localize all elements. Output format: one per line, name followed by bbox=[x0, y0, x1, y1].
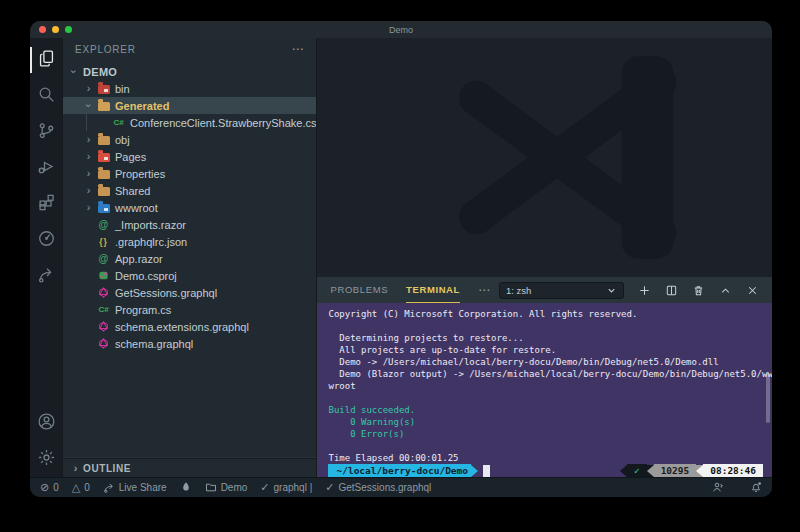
terminal-line: Time Elapsed 00:00:01.25 bbox=[328, 452, 772, 464]
explorer-more-actions-button[interactable]: ⋯ bbox=[291, 42, 304, 56]
prompt-arrow bbox=[471, 465, 478, 477]
test-history-icon bbox=[37, 229, 56, 252]
tree-item-getsessions-graphql[interactable]: GetSessions.graphql bbox=[63, 284, 316, 301]
graphql-icon bbox=[95, 335, 112, 352]
kill-terminal-button[interactable] bbox=[692, 284, 705, 297]
tree-item-label: .graphqlrc.json bbox=[115, 236, 187, 248]
terminal-shell-value: 1: zsh bbox=[506, 285, 531, 296]
tree-item-label: schema.graphql bbox=[115, 338, 193, 350]
activity-item-live-share[interactable] bbox=[30, 258, 62, 294]
warning-triangle-icon: △ bbox=[72, 482, 80, 493]
terminal-shell-select[interactable]: 1: zsh bbox=[499, 282, 624, 299]
status-item-getsessions-graphql[interactable]: ✓GetSessions.graphql bbox=[325, 482, 431, 493]
activity-item-settings[interactable] bbox=[30, 441, 62, 477]
outline-label: OUTLINE bbox=[83, 463, 131, 474]
chevron-right-icon: › bbox=[82, 148, 95, 165]
tree-item-demo[interactable]: ›DEMO bbox=[63, 63, 316, 80]
prompt-path-segment: ~/local/berry-docu/Demo bbox=[328, 464, 471, 477]
json-icon: {} bbox=[95, 233, 112, 250]
folder-icon bbox=[205, 481, 217, 495]
tab-problems[interactable]: PROBLEMS bbox=[330, 277, 388, 303]
folder-icon bbox=[95, 182, 112, 199]
activity-item-run-debug[interactable] bbox=[30, 150, 62, 186]
folder-bin-icon bbox=[95, 80, 112, 97]
terminal-line: Copyright (C) Microsoft Corporation. All… bbox=[328, 308, 772, 320]
chevron-right-icon: › bbox=[82, 80, 95, 97]
split-terminal-button[interactable] bbox=[665, 284, 678, 297]
activity-item-source-control[interactable] bbox=[30, 114, 62, 150]
chevron-right-icon: › bbox=[82, 199, 95, 216]
new-terminal-button[interactable] bbox=[638, 284, 651, 297]
terminal-view[interactable]: Copyright (C) Microsoft Corporation. All… bbox=[317, 303, 772, 477]
file-tree: ›DEMO›bin›GeneratedC#ConferenceClient.St… bbox=[63, 60, 316, 458]
terminal-line: Determining projects to restore... bbox=[328, 332, 772, 344]
status-item-bell[interactable] bbox=[750, 481, 762, 495]
prompt-segment-dark: ✓ bbox=[627, 464, 647, 477]
tree-item-demo-csproj[interactable]: Demo.csproj bbox=[63, 267, 316, 284]
explorer-sidebar: EXPLORER ⋯ ›DEMO›bin›GeneratedC#Conferen… bbox=[63, 38, 317, 477]
tree-item-label: Pages bbox=[115, 151, 146, 163]
activity-item-test-history[interactable] bbox=[30, 222, 62, 258]
tree-item-generated[interactable]: ›Generated bbox=[63, 97, 316, 114]
chevron-down-icon: › bbox=[80, 99, 97, 112]
terminal-scrollbar[interactable] bbox=[766, 373, 770, 423]
tree-item-bin[interactable]: ›bin bbox=[63, 80, 316, 97]
panel-more-tabs-button[interactable]: ⋯ bbox=[478, 283, 491, 297]
folder-pages-icon bbox=[95, 148, 112, 165]
kill-terminal-icon bbox=[692, 284, 705, 297]
tree-item-graphqlrc-json[interactable]: {}.graphqlrc.json bbox=[63, 233, 316, 250]
status-item-0[interactable]: △0 bbox=[72, 482, 90, 493]
outline-section-header[interactable]: › OUTLINE bbox=[63, 458, 316, 477]
powerline-arrow bbox=[620, 465, 627, 477]
activity-item-accounts[interactable] bbox=[30, 405, 62, 441]
tree-item-wwwroot[interactable]: ›wwwroot bbox=[63, 199, 316, 216]
prompt-right-status: ✓1029508:28:46 bbox=[620, 464, 763, 477]
tree-item-obj[interactable]: ›obj bbox=[63, 131, 316, 148]
status-item-label: graphql | bbox=[274, 482, 313, 493]
close-panel-button[interactable] bbox=[746, 284, 759, 297]
activity-item-explorer[interactable] bbox=[30, 42, 62, 78]
live-share-icon bbox=[103, 481, 115, 495]
tree-item-label: Shared bbox=[115, 185, 150, 197]
settings-icon bbox=[37, 448, 56, 471]
tree-item-program-cs[interactable]: C#Program.cs bbox=[63, 301, 316, 318]
status-item-flame[interactable] bbox=[180, 481, 192, 495]
maximize-panel-button[interactable] bbox=[719, 284, 732, 297]
status-bar-right bbox=[712, 481, 762, 495]
tree-item-label: Generated bbox=[115, 100, 169, 112]
tree-item-pages[interactable]: ›Pages bbox=[63, 148, 316, 165]
status-item-label: Live Share bbox=[119, 482, 167, 493]
terminal-cursor bbox=[483, 465, 490, 477]
tree-item-label: wwwroot bbox=[115, 202, 158, 214]
tree-item-shared[interactable]: ›Shared bbox=[63, 182, 316, 199]
close-panel-icon bbox=[746, 284, 759, 297]
activity-bar-spacer bbox=[30, 294, 62, 405]
status-item-graphql[interactable]: ✓graphql | bbox=[260, 482, 312, 493]
tab-terminal[interactable]: TERMINAL bbox=[406, 277, 460, 303]
prompt-segment-gray: 10295 bbox=[654, 464, 697, 477]
status-item-live-share[interactable]: Live Share bbox=[103, 481, 167, 495]
folder-icon bbox=[95, 131, 112, 148]
status-item-label: 0 bbox=[53, 482, 59, 493]
tree-item-schema-graphql[interactable]: schema.graphql bbox=[63, 335, 316, 352]
tree-item-app-razor[interactable]: @App.razor bbox=[63, 250, 316, 267]
status-item-demo[interactable]: Demo bbox=[205, 481, 248, 495]
activity-item-search[interactable] bbox=[30, 78, 62, 114]
chevron-right-icon: › bbox=[82, 165, 95, 182]
powerline-arrow bbox=[647, 465, 654, 477]
check-icon: ✓ bbox=[260, 482, 269, 493]
tree-item-schema-extensions-graphql[interactable]: schema.extensions.graphql bbox=[63, 318, 316, 335]
tree-item-label: schema.extensions.graphql bbox=[115, 321, 249, 333]
title-bar: Demo bbox=[30, 21, 772, 38]
activity-item-extensions[interactable] bbox=[30, 186, 62, 222]
status-item-feedback[interactable] bbox=[712, 481, 724, 495]
tree-item-imports-razor[interactable]: @_Imports.razor bbox=[63, 216, 316, 233]
tree-item-properties[interactable]: ›Properties bbox=[63, 165, 316, 182]
status-item-0[interactable]: ⊘0 bbox=[40, 482, 59, 493]
tree-item-label: App.razor bbox=[115, 253, 163, 265]
terminal-line: Build succeeded. bbox=[328, 404, 772, 416]
explorer-icon bbox=[37, 49, 56, 72]
feedback-icon bbox=[712, 481, 724, 495]
tree-item-conferenceclient-strawberryshake-cs[interactable]: C#ConferenceClient.StrawberryShake.cs bbox=[63, 114, 316, 131]
terminal-prompt-row: ~/local/berry-docu/Demo✓1029508:28:46 bbox=[328, 464, 772, 477]
